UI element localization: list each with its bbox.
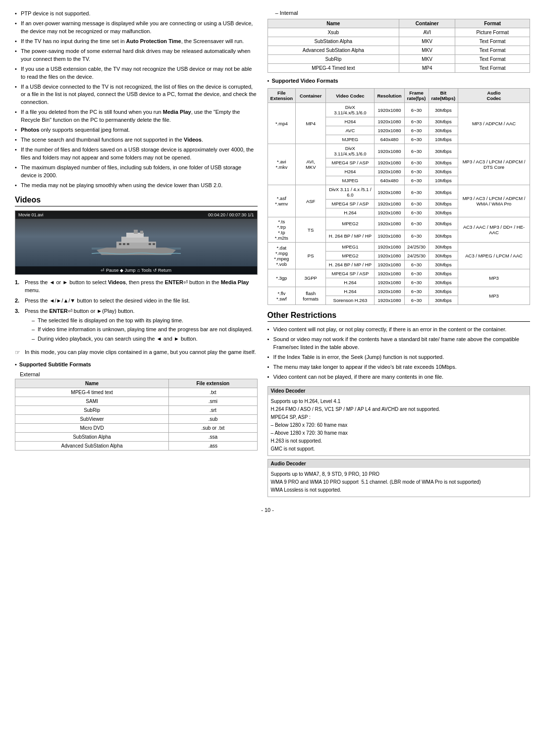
subtitle-name: MPEG-4 timed text [15,388,169,397]
decoder-line: MPEG4 SP, ASP : [271,413,527,421]
subtitle-ext: .srt [169,405,257,414]
int-format: Text Format [455,37,530,46]
col-header-name: Name [15,379,169,388]
subtitle-ext: .ass [169,441,257,450]
external-subtitle-table: Name File extension MPEG-4 timed text .t… [15,379,258,451]
bullet-item: If a file you deleted from the PC is sti… [15,108,258,124]
top-bullet-list: PTP device is not supported. If an over-… [15,10,258,190]
audio-decoder-header: Audio Decoder [268,459,530,468]
table-row: MPEG-4 Timed text MP4 Text Format [268,64,530,73]
decoder-line: H.263 is not supported. [271,437,527,445]
video-decoder-box: Video Decoder Supports up to H.264, Leve… [268,386,530,456]
bitrate: 30Mbps [428,103,458,117]
framerate: 6~30 [404,126,428,135]
col-codec: Video Codec [326,89,374,103]
framerate: 6~30 [404,269,428,278]
decoder-line: – Below 1280 x 720: 60 frame max [271,421,527,429]
decoder-line: H.264 FMO / ASO / RS, VC1 SP / MP / AP L… [271,405,527,413]
table-row: Advanced SubStation Alpha MKV Text Forma… [268,46,530,55]
video-filename: Movie 01.avi [18,212,44,217]
int-format: Picture Format [455,28,530,37]
bitrate: 30Mbps [428,260,458,269]
file-ext: *.3gp [268,269,295,287]
step-2: 2. Press the ◄/►/▲/▼ button to select th… [15,297,258,305]
resolution: 1920x1080 [374,278,404,287]
col-header-ext: File extension [169,379,257,388]
framerate: 6~30 [404,230,428,243]
audio: MP3 / ADPCM / AAC [458,103,530,144]
subtitle-ext: .sub [169,414,257,423]
table-row: *.mp4 MP4 DivX 3.11/4.x/5.1/6.0 1920x108… [268,103,530,117]
audio: MP3 / AC3 / LPCM / ADPCM / WMA / WMA Pro [458,185,530,217]
svg-rect-6 [119,243,121,245]
codec: MJPEG [326,135,374,144]
int-name: Xsub [268,28,399,37]
table-row: *.asf*.wmv ASF DivX 3.11 / 4.x /5.1 / 6.… [268,185,530,200]
right-column: – Internal Name Container Format Xsub AV… [268,10,530,497]
table-row: SubStation Alpha MKV Text Format [268,37,530,46]
subtitle-ext: .smi [169,397,257,405]
table-row: SubStation Alpha .ssa [15,432,258,441]
bitrate: 10Mbps [428,176,458,185]
note-item: ☞ In this mode, you can play movie clips… [15,349,258,357]
col-framerate: Framerate(fps) [404,89,428,103]
resolution: 1920x1080 [374,269,404,278]
table-row: SubRip MKV Text Format [268,55,530,64]
step-text: Press the ENTER⏎ button or ►(Play) butto… [25,308,135,314]
bitrate: 30Mbps [428,144,458,158]
bullet-item: If a USB device connected to the TV is n… [15,83,258,107]
codec: H.264 [326,278,374,287]
step-content: Press the ENTER⏎ button or ►(Play) butto… [25,307,253,345]
codec: DivX 3.11 / 4.x /5.1 / 6.0 [326,185,374,200]
codec: MJPEG [326,176,374,185]
framerate: 6~30 [404,278,428,287]
video-bottom-bar: ⏎ Pause ◆ Jump ♫ Tools ↺ Return [15,266,257,274]
int-container: MKV [399,37,455,46]
steps-list: 1. Press the ◄ or ► button to select Vid… [15,279,258,345]
decoder-line: – Above 1280 x 720: 30 frame max [271,429,527,437]
other-restrictions-list: Video content will not play, or not play… [268,326,530,381]
bitrate: 30Mbps [428,185,458,200]
bullet-item: The maximum displayed number of files, i… [15,164,258,180]
codec: H.264 [326,287,374,296]
int-name: SubStation Alpha [268,37,399,46]
subtitle-name: SubRip [15,405,169,414]
bitrate: 30Mbps [428,269,458,278]
note-text: In this mode, you can play movie clips c… [25,349,256,356]
bitrate: 30Mbps [428,117,458,126]
video-top-bar: Movie 01.avi 00:04:20 / 00:07:30 1/1 [15,211,257,219]
int-container: AVI [399,28,455,37]
codec: MPEG4 SP / ASP [326,200,374,208]
bullet-item: If you use a USB extension cable, the TV… [15,65,258,81]
ship-silhouette-icon [92,228,181,257]
step-1: 1. Press the ◄ or ► button to select Vid… [15,279,258,295]
int-format: Text Format [455,64,530,73]
decoder-line: Supports up to H.264, Level 4.1 [271,398,527,405]
codec: AVC [326,126,374,135]
framerate: 6~30 [404,144,428,158]
int-name: MPEG-4 Timed text [268,64,399,73]
col-audio: AudioCodec [458,89,530,103]
resolution: 1920x1080 [374,287,404,296]
bitrate: 30Mbps [428,208,458,217]
bitrate: 30Mbps [428,126,458,135]
subtitle-ext: .sub or .txt [169,423,257,432]
table-row: *.flv*.swf flash formats H.264 1920x1080… [268,287,530,296]
codec: MPEG4 SP / ASP [326,158,374,167]
video-ship-area [15,219,257,266]
video-codec-table: FileExtension Container Video Codec Reso… [268,88,530,305]
step-text: Press the ◄ or ► button to select Videos… [25,279,258,295]
step-num: 2. [15,297,23,305]
video-decoder-header: Video Decoder [268,387,530,395]
bitrate: 30Mbps [428,296,458,305]
svg-rect-7 [123,243,125,245]
restriction-item: The menu may take longer to appear if th… [268,363,530,371]
svg-rect-10 [153,243,155,245]
table-row: Advanced SubStation Alpha .ass [15,441,258,450]
subtitle-name: Micro DVD [15,423,169,432]
sub-step: If video time information is unknown, pl… [32,326,253,334]
subtitle-formats-label: Supported Subtitle Formats [19,361,91,367]
resolution: 1920x1080 [374,158,404,167]
framerate: 6~30 [404,260,428,269]
sub-steps: The selected file is displayed on the to… [25,317,253,344]
